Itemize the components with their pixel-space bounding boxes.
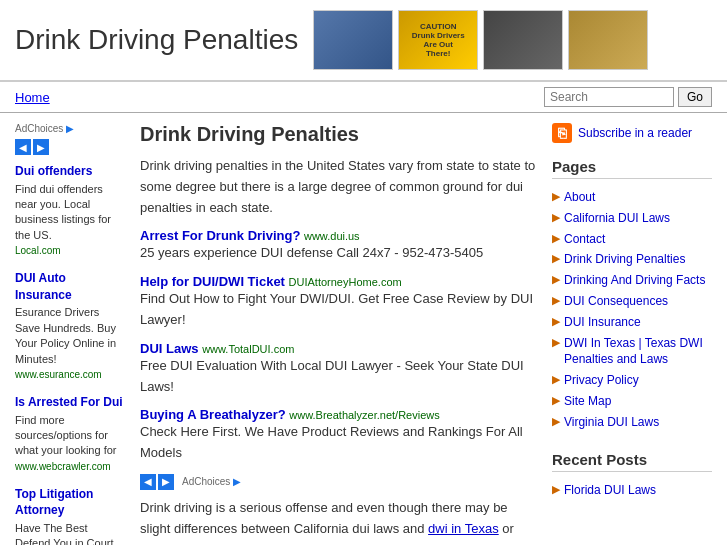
ad-nav-buttons: ◀ ▶ <box>15 139 125 155</box>
list-item: ▶ Virginia DUI Laws <box>552 412 712 433</box>
list-item: ▶ Drinking And Driving Facts <box>552 270 712 291</box>
sidebar-ad-1: Dui offenders Find dui offenders near yo… <box>15 163 125 256</box>
content-ad-1: Arrest For Drunk Driving? www.dui.us 25 … <box>140 228 537 264</box>
sidebar-ad-1-url: Local.com <box>15 245 125 256</box>
content-ad-2-desc: Find Out How to Fight Your DWI/DUI. Get … <box>140 289 537 331</box>
page-icon: ▶ <box>552 294 560 307</box>
recent-posts-section-title: Recent Posts <box>552 451 712 472</box>
pages-link-sitemap[interactable]: Site Map <box>564 393 611 410</box>
content-ad-4-site: www.Breathalyzer.net/Reviews <box>289 409 439 421</box>
article-heading: Drink Driving Penalties <box>140 123 537 146</box>
ad-prev-button[interactable]: ◀ <box>15 139 31 155</box>
content-ad-4-link[interactable]: Buying A Breathalyzer? www.Breathalyzer.… <box>140 407 440 422</box>
pages-section-title: Pages <box>552 158 712 179</box>
header-image-2: CAUTIONDrunk DriversAre OutThere! <box>398 10 478 70</box>
pages-link-ddp[interactable]: Drink Driving Penalties <box>564 251 685 268</box>
header-image-3 <box>483 10 563 70</box>
nav-home-link[interactable]: Home <box>15 90 50 105</box>
content-ad-2-site: DUIAttorneyHome.com <box>289 276 402 288</box>
site-title: Drink Driving Penalties <box>15 24 298 56</box>
list-item: ▶ Contact <box>552 229 712 250</box>
search-input[interactable] <box>544 87 674 107</box>
pages-link-about[interactable]: About <box>564 189 595 206</box>
pages-link-dadf[interactable]: Drinking And Driving Facts <box>564 272 705 289</box>
left-sidebar: AdChoices ▶ ◀ ▶ Dui offenders Find dui o… <box>15 123 125 545</box>
list-item: ▶ Drink Driving Penalties <box>552 249 712 270</box>
page-icon: ▶ <box>552 315 560 328</box>
content-ad-next-button[interactable]: ▶ <box>158 474 174 490</box>
pages-link-ca-dui[interactable]: California DUI Laws <box>564 210 670 227</box>
rss-row: ⎘ Subscribe in a reader <box>552 123 712 143</box>
content-ad-3-site: www.TotalDUI.com <box>202 343 294 355</box>
content-ad-3-link[interactable]: DUI Laws www.TotalDUI.com <box>140 341 294 356</box>
sidebar-ad-2-link[interactable]: DUI Auto Insurance <box>15 271 72 302</box>
sidebar-ad-3: Is Arrested For Dui Find more sources/op… <box>15 394 125 472</box>
content-ad-nav-row: ◀ ▶ AdChoices ▶ <box>140 474 537 490</box>
pages-link-va-dui[interactable]: Virginia DUI Laws <box>564 414 659 431</box>
sidebar-ad-2-url: www.esurance.com <box>15 369 125 380</box>
page-icon: ▶ <box>552 373 560 386</box>
header-image-1 <box>313 10 393 70</box>
rss-icon: ⎘ <box>552 123 572 143</box>
search-bar: Go <box>544 87 712 107</box>
content-ad-4: Buying A Breathalyzer? www.Breathalyzer.… <box>140 407 537 464</box>
sidebar-ad-1-link[interactable]: Dui offenders <box>15 164 92 178</box>
site-header: Drink Driving Penalties CAUTIONDrunk Dri… <box>0 0 727 82</box>
page-icon: ▶ <box>552 273 560 286</box>
article-intro: Drink driving penalties in the United St… <box>140 156 537 218</box>
list-item: ▶ Site Map <box>552 391 712 412</box>
ad-choices-label: AdChoices ▶ <box>15 123 125 134</box>
content-adchoices-label: AdChoices <box>182 476 230 487</box>
list-item: ▶ California DUI Laws <box>552 208 712 229</box>
article-content: Drink Driving Penalties Drink driving pe… <box>140 123 537 545</box>
page-icon: ▶ <box>552 190 560 203</box>
content-ad-prev-button[interactable]: ◀ <box>140 474 156 490</box>
page-icon: ▶ <box>552 415 560 428</box>
pages-link-contact[interactable]: Contact <box>564 231 605 248</box>
sidebar-ad-2: DUI Auto Insurance Esurance Drivers Save… <box>15 270 125 380</box>
list-item: ▶ About <box>552 187 712 208</box>
sidebar-ad-3-url: www.webcrawler.com <box>15 461 125 472</box>
article-para1: Drink driving is a serious offense and e… <box>140 498 537 545</box>
pages-link-dwi-tx[interactable]: DWI In Texas | Texas DWI Penalties and L… <box>564 335 712 369</box>
pages-link-privacy[interactable]: Privacy Policy <box>564 372 639 389</box>
list-item: ▶ DUI Consequences <box>552 291 712 312</box>
page-icon: ▶ <box>552 211 560 224</box>
rss-subscribe-link[interactable]: Subscribe in a reader <box>578 126 692 140</box>
list-item: ▶ Privacy Policy <box>552 370 712 391</box>
content-ad-1-link[interactable]: Arrest For Drunk Driving? www.dui.us <box>140 228 360 243</box>
recent-posts-list: ▶ Florida DUI Laws <box>552 480 712 501</box>
search-button[interactable]: Go <box>678 87 712 107</box>
header-images: CAUTIONDrunk DriversAre OutThere! <box>313 10 648 70</box>
page-icon: ▶ <box>552 252 560 265</box>
sidebar-ad-1-desc: Find dui offenders near you. Local busin… <box>15 182 125 244</box>
content-ad-4-desc: Check Here First. We Have Product Review… <box>140 422 537 464</box>
sidebar-ad-4-link[interactable]: Top Litigation Attorney <box>15 487 93 518</box>
sidebar-ad-4-desc: Have The Best Defend You in Court. Call … <box>15 521 125 545</box>
dwi-texas-link[interactable]: dwi in Texas <box>428 521 499 536</box>
page-icon: ▶ <box>552 394 560 407</box>
nav-search-row: Home Go <box>0 82 727 113</box>
header-left: Drink Driving Penalties CAUTIONDrunk Dri… <box>15 10 648 70</box>
ad-choices-icon: ▶ <box>66 123 74 134</box>
pages-list: ▶ About ▶ California DUI Laws ▶ Contact … <box>552 187 712 433</box>
content-ad-2-link[interactable]: Help for DUI/DWI Ticket DUIAttorneyHome.… <box>140 274 402 289</box>
sidebar-ad-3-link[interactable]: Is Arrested For Dui <box>15 395 123 409</box>
list-item: ▶ DWI In Texas | Texas DWI Penalties and… <box>552 333 712 371</box>
sidebar-ad-3-desc: Find more sources/options for what your … <box>15 413 125 459</box>
content-ad-2: Help for DUI/DWI Ticket DUIAttorneyHome.… <box>140 274 537 331</box>
right-sidebar: ⎘ Subscribe in a reader Pages ▶ About ▶ … <box>552 123 712 545</box>
pages-link-dui-cons[interactable]: DUI Consequences <box>564 293 668 310</box>
list-item: ▶ DUI Insurance <box>552 312 712 333</box>
ad-next-button[interactable]: ▶ <box>33 139 49 155</box>
pages-link-dui-ins[interactable]: DUI Insurance <box>564 314 641 331</box>
content-ad-1-site: www.dui.us <box>304 230 360 242</box>
list-item: ▶ Florida DUI Laws <box>552 480 712 501</box>
content-ad-3-desc: Free DUI Evaluation With Local DUI Lawye… <box>140 356 537 398</box>
main-content: AdChoices ▶ ◀ ▶ Dui offenders Find dui o… <box>0 113 727 545</box>
recent-post-fl-dui[interactable]: Florida DUI Laws <box>564 482 656 499</box>
page-icon: ▶ <box>552 336 560 349</box>
sidebar-ad-2-desc: Esurance Drivers Save Hundreds. Buy Your… <box>15 305 125 367</box>
content-adchoices-icon: ▶ <box>233 476 241 487</box>
content-ad-1-desc: 25 years experience DUI defense Call 24x… <box>140 243 537 264</box>
